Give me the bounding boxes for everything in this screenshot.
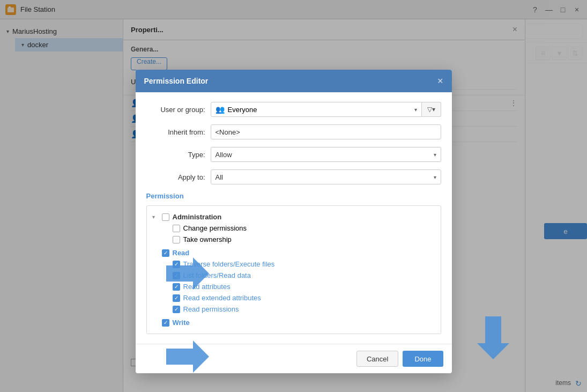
modal-title: Permission Editor bbox=[144, 77, 209, 85]
user-group-icon: 👥 bbox=[216, 105, 225, 114]
type-arrow-icon: ▾ bbox=[434, 152, 436, 158]
user-group-label: User or group: bbox=[146, 106, 205, 114]
user-group-value: Everyone bbox=[228, 106, 257, 114]
traverse-label: Traverse folders/Execute files bbox=[183, 260, 275, 268]
user-group-arrow-icon: ▾ bbox=[414, 107, 417, 113]
cancel-button[interactable]: Cancel bbox=[356, 351, 398, 367]
permission-section-label: Permission bbox=[146, 192, 441, 200]
read-perms-checkbox[interactable] bbox=[173, 306, 180, 313]
filter-icon: ▽ bbox=[427, 106, 432, 113]
admin-checkbox[interactable] bbox=[162, 213, 169, 221]
write-checkbox[interactable] bbox=[162, 319, 169, 327]
administration-row: ▾ Administration bbox=[152, 211, 435, 223]
user-group-select[interactable]: 👥 Everyone ▾ bbox=[211, 102, 422, 117]
read-checkbox[interactable] bbox=[162, 249, 169, 257]
modal-header: Permission Editor × bbox=[136, 70, 452, 92]
permission-editor-modal: Permission Editor × User or group: 👥 Eve… bbox=[136, 70, 452, 373]
user-group-select-row: 👥 Everyone ▾ ▽ ▾ bbox=[211, 102, 441, 117]
apply-to-select[interactable]: All ▾ bbox=[211, 169, 441, 184]
arrow-right bbox=[477, 316, 509, 359]
read-attrs-row: Read attributes bbox=[152, 281, 435, 292]
done-button[interactable]: Done bbox=[403, 351, 443, 367]
read-ext-attrs-label: Read extended attributes bbox=[183, 294, 261, 302]
read-row: Read bbox=[152, 247, 435, 258]
admin-toggle-icon[interactable]: ▾ bbox=[152, 214, 159, 220]
list-folders-label: List folders/Read data bbox=[183, 271, 251, 279]
write-row: Write bbox=[152, 317, 435, 328]
apply-to-arrow-icon: ▾ bbox=[434, 174, 436, 180]
change-perms-label: Change permissions bbox=[183, 224, 247, 232]
modal-footer: Cancel Done bbox=[136, 344, 452, 373]
take-ownership-label: Take ownership bbox=[183, 235, 232, 243]
read-perms-row: Read permissions bbox=[152, 304, 435, 315]
inherit-select[interactable]: <None> bbox=[211, 124, 441, 139]
filter-button[interactable]: ▽ ▾ bbox=[422, 102, 441, 117]
change-perms-row: Change permissions bbox=[152, 223, 435, 234]
read-attrs-label: Read attributes bbox=[183, 283, 231, 291]
read-attrs-checkbox[interactable] bbox=[173, 283, 180, 291]
svg-marker-4 bbox=[477, 316, 509, 359]
change-perms-checkbox[interactable] bbox=[173, 225, 180, 232]
read-ext-attrs-row: Read extended attributes bbox=[152, 292, 435, 304]
read-ext-attrs-checkbox[interactable] bbox=[173, 294, 180, 302]
type-label: Type: bbox=[146, 151, 205, 159]
user-group-row: User or group: 👥 Everyone ▾ ▽ ▾ bbox=[146, 102, 441, 117]
apply-to-value: All bbox=[216, 173, 434, 181]
list-folders-row: List folders/Read data bbox=[152, 270, 435, 281]
type-row: Type: Allow ▾ bbox=[146, 147, 441, 162]
take-ownership-row: Take ownership bbox=[152, 234, 435, 245]
type-value: Allow bbox=[216, 151, 434, 159]
inherit-value: <None> bbox=[216, 128, 436, 136]
modal-close-button[interactable]: × bbox=[437, 76, 443, 86]
modal-body: User or group: 👥 Everyone ▾ ▽ ▾ Inherit … bbox=[136, 92, 452, 344]
type-select[interactable]: Allow ▾ bbox=[211, 147, 441, 162]
permission-tree: ▾ Administration Change permissions Take… bbox=[146, 205, 441, 334]
traverse-checkbox[interactable] bbox=[173, 261, 180, 268]
list-folders-checkbox[interactable] bbox=[173, 272, 180, 279]
read-label: Read bbox=[173, 249, 190, 257]
inherit-label: Inherit from: bbox=[146, 128, 205, 136]
inherit-from-row: Inherit from: <None> bbox=[146, 124, 441, 139]
apply-to-row: Apply to: All ▾ bbox=[146, 169, 441, 184]
read-perms-label: Read permissions bbox=[183, 305, 239, 313]
write-label: Write bbox=[173, 319, 190, 327]
traverse-row: Traverse folders/Execute files bbox=[152, 258, 435, 270]
apply-to-label: Apply to: bbox=[146, 173, 205, 181]
admin-label: Administration bbox=[173, 213, 222, 221]
filter-arrow-icon: ▾ bbox=[432, 106, 435, 113]
modal-backdrop: Permission Editor × User or group: 👥 Eve… bbox=[0, 0, 587, 392]
take-ownership-checkbox[interactable] bbox=[173, 236, 180, 243]
